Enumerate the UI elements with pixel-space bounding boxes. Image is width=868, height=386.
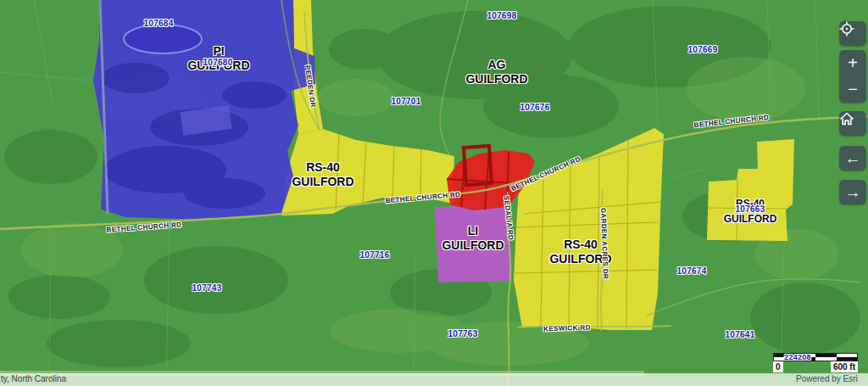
- road-keswick: [517, 326, 671, 327]
- forward-button[interactable]: →: [839, 180, 866, 204]
- attribution-bar: ty, North Carolina Powered by Esri: [0, 373, 868, 386]
- zone-li-polygon[interactable]: [435, 205, 512, 283]
- powered-by-text: Powered by Esri: [796, 374, 868, 383]
- scale-bar: 0 600 ft: [773, 353, 858, 372]
- scale-zero-label: 0: [773, 361, 783, 372]
- scale-distance-label: 600 ft: [831, 361, 858, 372]
- zoom-control: + −: [839, 50, 866, 103]
- map-viewport[interactable]: PIGUILFORD AGGUILFORD RS-40GUILFORD LIGU…: [0, 0, 868, 386]
- home-icon: [839, 111, 854, 126]
- zoom-in-button[interactable]: +: [839, 50, 866, 76]
- stadium-oval: [124, 25, 202, 53]
- crosshair-icon: [839, 21, 854, 36]
- zoom-out-button[interactable]: −: [839, 76, 866, 103]
- arrow-right-icon: →: [845, 183, 861, 202]
- locate-button[interactable]: [839, 21, 866, 46]
- attribution-text: ty, North Carolina: [1, 374, 66, 383]
- minus-icon: −: [848, 80, 858, 99]
- plus-icon: +: [848, 53, 858, 73]
- home-button[interactable]: [839, 111, 866, 136]
- zone-pi-polygon[interactable]: [93, 0, 315, 220]
- arrow-left-icon: ←: [845, 149, 861, 168]
- map-canvas[interactable]: [0, 0, 868, 386]
- back-button[interactable]: ←: [839, 146, 866, 171]
